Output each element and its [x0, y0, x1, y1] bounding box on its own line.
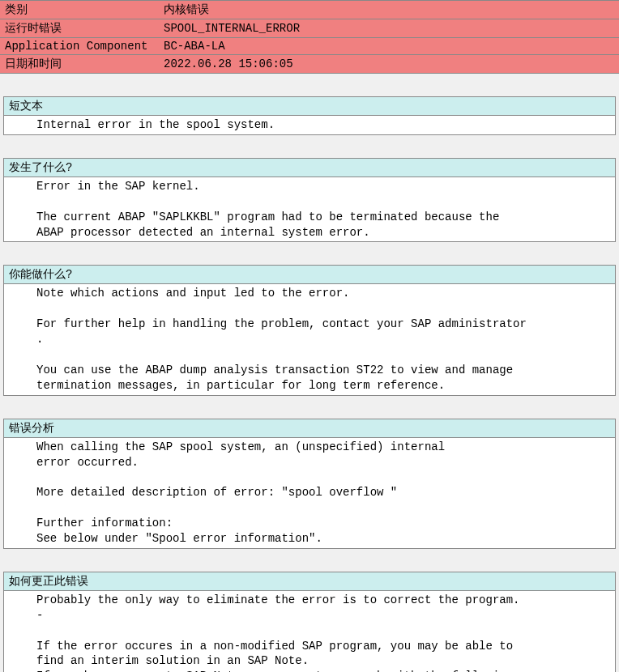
header-label: 类别 — [0, 1, 159, 19]
header-row-runtime-error: 运行时错误 SPOOL_INTERNAL_ERROR — [0, 19, 619, 38]
section-body: Error in the SAP kernel. The current ABA… — [4, 177, 615, 242]
section-title: 发生了什么? — [4, 159, 615, 177]
header-row-app-component: Application Component BC-ABA-LA — [0, 38, 619, 55]
section-title: 如何更正此错误 — [4, 572, 615, 591]
header-label: Application Component — [0, 38, 159, 55]
section-what-happened: 发生了什么? Error in the SAP kernel. The curr… — [3, 158, 616, 243]
section-title: 你能做什么? — [4, 266, 615, 284]
section-how-to-correct: 如何更正此错误 Probably the only way to elimina… — [3, 572, 616, 672]
header-label: 日期和时间 — [0, 55, 159, 74]
section-body: Note which actions and input led to the … — [4, 284, 615, 394]
header-label: 运行时错误 — [0, 19, 159, 38]
header-row-category: 类别 内核错误 — [0, 1, 619, 19]
section-body: When calling the SAP spool system, an (u… — [4, 438, 615, 548]
section-body: Probably the only way to eliminate the e… — [4, 591, 615, 672]
header-value: SPOOL_INTERNAL_ERROR — [159, 19, 619, 38]
section-error-analysis: 错误分析 When calling the SAP spool system, … — [3, 419, 616, 549]
header-value: 2022.06.28 15:06:05 — [159, 55, 619, 74]
section-short-text: 短文本 Internal error in the spool system. — [3, 96, 616, 135]
section-what-can-you-do: 你能做什么? Note which actions and input led … — [3, 265, 616, 395]
section-body: Internal error in the spool system. — [4, 116, 615, 134]
header-value: BC-ABA-LA — [159, 38, 619, 55]
header-row-datetime: 日期和时间 2022.06.28 15:06:05 — [0, 55, 619, 74]
section-title: 短文本 — [4, 97, 615, 116]
section-title: 错误分析 — [4, 419, 615, 438]
error-header-table: 类别 内核错误 运行时错误 SPOOL_INTERNAL_ERROR Appli… — [0, 0, 619, 74]
header-value: 内核错误 — [159, 1, 619, 19]
